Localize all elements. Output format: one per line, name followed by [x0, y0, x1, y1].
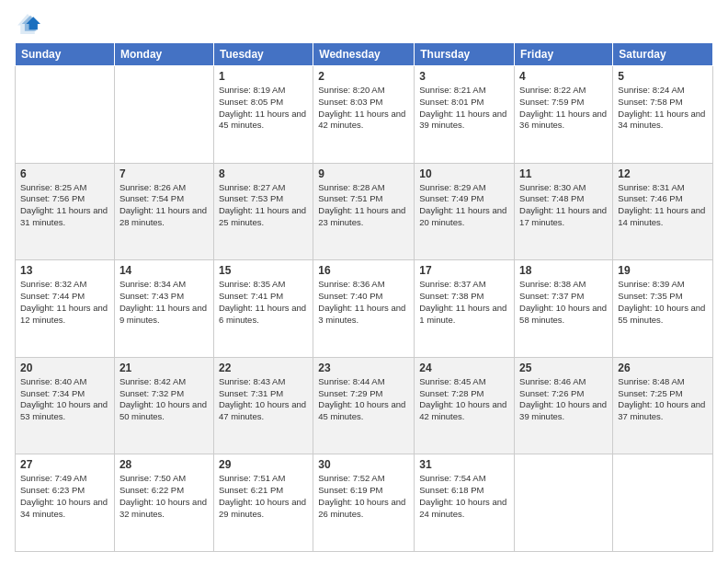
day-header-saturday: Saturday: [613, 43, 713, 66]
day-number: 23: [318, 362, 409, 374]
day-info: Sunrise: 7:51 AMSunset: 6:21 PMDaylight:…: [219, 473, 308, 520]
calendar-cell: 6Sunrise: 8:25 AMSunset: 7:56 PMDaylight…: [16, 163, 115, 260]
calendar-cell: [613, 454, 713, 552]
day-number: 22: [219, 362, 308, 374]
calendar-cell: 14Sunrise: 8:34 AMSunset: 7:43 PMDayligh…: [114, 260, 213, 358]
day-number: 16: [318, 264, 409, 277]
day-info: Sunrise: 8:29 AMSunset: 7:49 PMDaylight:…: [419, 182, 509, 229]
day-number: 3: [419, 70, 509, 83]
day-info: Sunrise: 8:44 AMSunset: 7:29 PMDaylight:…: [318, 376, 409, 423]
day-number: 14: [119, 264, 209, 277]
calendar-cell: 3Sunrise: 8:21 AMSunset: 8:01 PMDaylight…: [415, 66, 515, 164]
day-header-friday: Friday: [515, 43, 613, 66]
day-number: 11: [519, 167, 608, 180]
calendar-cell: 20Sunrise: 8:40 AMSunset: 7:34 PMDayligh…: [16, 357, 115, 454]
calendar-cell: 4Sunrise: 8:22 AMSunset: 7:59 PMDaylight…: [515, 66, 613, 164]
day-info: Sunrise: 8:39 AMSunset: 7:35 PMDaylight:…: [618, 279, 708, 326]
calendar-cell: 15Sunrise: 8:35 AMSunset: 7:41 PMDayligh…: [213, 260, 313, 358]
calendar-cell: 5Sunrise: 8:24 AMSunset: 7:58 PMDaylight…: [613, 66, 713, 164]
calendar-cell: 17Sunrise: 8:37 AMSunset: 7:38 PMDayligh…: [415, 260, 515, 358]
day-number: 6: [20, 167, 109, 180]
day-header-wednesday: Wednesday: [313, 43, 415, 66]
calendar-week-row: 20Sunrise: 8:40 AMSunset: 7:34 PMDayligh…: [16, 357, 713, 454]
day-number: 26: [618, 362, 708, 374]
day-info: Sunrise: 8:35 AMSunset: 7:41 PMDaylight:…: [219, 279, 308, 326]
day-number: 8: [219, 167, 308, 180]
day-info: Sunrise: 7:54 AMSunset: 6:18 PMDaylight:…: [419, 473, 509, 520]
calendar-cell: 22Sunrise: 8:43 AMSunset: 7:31 PMDayligh…: [213, 357, 313, 454]
header: [15, 11, 713, 37]
day-number: 20: [20, 362, 109, 374]
day-info: Sunrise: 8:20 AMSunset: 8:03 PMDaylight:…: [318, 85, 409, 132]
day-number: 21: [119, 362, 209, 374]
calendar-week-row: 13Sunrise: 8:32 AMSunset: 7:44 PMDayligh…: [16, 260, 713, 358]
day-number: 13: [20, 264, 109, 277]
page: SundayMondayTuesdayWednesdayThursdayFrid…: [0, 0, 728, 563]
logo-icon: [15, 11, 40, 37]
calendar-cell: 23Sunrise: 8:44 AMSunset: 7:29 PMDayligh…: [313, 357, 415, 454]
day-info: Sunrise: 8:36 AMSunset: 7:40 PMDaylight:…: [318, 279, 409, 326]
day-info: Sunrise: 8:43 AMSunset: 7:31 PMDaylight:…: [219, 376, 308, 423]
calendar-cell: 11Sunrise: 8:30 AMSunset: 7:48 PMDayligh…: [515, 163, 613, 260]
calendar: SundayMondayTuesdayWednesdayThursdayFrid…: [15, 42, 713, 552]
calendar-cell: 24Sunrise: 8:45 AMSunset: 7:28 PMDayligh…: [415, 357, 515, 454]
day-info: Sunrise: 8:46 AMSunset: 7:26 PMDaylight:…: [519, 376, 608, 423]
calendar-cell: 16Sunrise: 8:36 AMSunset: 7:40 PMDayligh…: [313, 260, 415, 358]
calendar-cell: 7Sunrise: 8:26 AMSunset: 7:54 PMDaylight…: [114, 163, 213, 260]
logo: [15, 11, 42, 37]
day-number: 30: [318, 458, 409, 471]
day-number: 15: [219, 264, 308, 277]
day-number: 17: [419, 264, 509, 277]
day-info: Sunrise: 8:40 AMSunset: 7:34 PMDaylight:…: [20, 376, 109, 423]
day-info: Sunrise: 8:31 AMSunset: 7:46 PMDaylight:…: [618, 182, 708, 229]
day-info: Sunrise: 8:28 AMSunset: 7:51 PMDaylight:…: [318, 182, 409, 229]
calendar-cell: 31Sunrise: 7:54 AMSunset: 6:18 PMDayligh…: [415, 454, 515, 552]
calendar-cell: 25Sunrise: 8:46 AMSunset: 7:26 PMDayligh…: [515, 357, 613, 454]
day-info: Sunrise: 8:48 AMSunset: 7:25 PMDaylight:…: [618, 376, 708, 423]
day-info: Sunrise: 8:37 AMSunset: 7:38 PMDaylight:…: [419, 279, 509, 326]
calendar-cell: [114, 66, 213, 164]
day-info: Sunrise: 8:34 AMSunset: 7:43 PMDaylight:…: [119, 279, 209, 326]
day-info: Sunrise: 8:24 AMSunset: 7:58 PMDaylight:…: [618, 85, 708, 132]
day-info: Sunrise: 7:52 AMSunset: 6:19 PMDaylight:…: [318, 473, 409, 520]
day-number: 31: [419, 458, 509, 471]
day-info: Sunrise: 7:50 AMSunset: 6:22 PMDaylight:…: [119, 473, 209, 520]
calendar-cell: 28Sunrise: 7:50 AMSunset: 6:22 PMDayligh…: [114, 454, 213, 552]
day-info: Sunrise: 8:42 AMSunset: 7:32 PMDaylight:…: [119, 376, 209, 423]
day-info: Sunrise: 8:25 AMSunset: 7:56 PMDaylight:…: [20, 182, 109, 229]
calendar-cell: 9Sunrise: 8:28 AMSunset: 7:51 PMDaylight…: [313, 163, 415, 260]
day-info: Sunrise: 8:27 AMSunset: 7:53 PMDaylight:…: [219, 182, 308, 229]
day-number: 25: [519, 362, 608, 374]
day-info: Sunrise: 8:30 AMSunset: 7:48 PMDaylight:…: [519, 182, 608, 229]
calendar-cell: 12Sunrise: 8:31 AMSunset: 7:46 PMDayligh…: [613, 163, 713, 260]
day-header-thursday: Thursday: [415, 43, 515, 66]
calendar-cell: 2Sunrise: 8:20 AMSunset: 8:03 PMDaylight…: [313, 66, 415, 164]
day-info: Sunrise: 8:26 AMSunset: 7:54 PMDaylight:…: [119, 182, 209, 229]
calendar-cell: 10Sunrise: 8:29 AMSunset: 7:49 PMDayligh…: [415, 163, 515, 260]
day-number: 1: [219, 70, 308, 83]
day-number: 12: [618, 167, 708, 180]
calendar-cell: 30Sunrise: 7:52 AMSunset: 6:19 PMDayligh…: [313, 454, 415, 552]
day-number: 29: [219, 458, 308, 471]
calendar-cell: 21Sunrise: 8:42 AMSunset: 7:32 PMDayligh…: [114, 357, 213, 454]
calendar-cell: 13Sunrise: 8:32 AMSunset: 7:44 PMDayligh…: [16, 260, 115, 358]
day-info: Sunrise: 7:49 AMSunset: 6:23 PMDaylight:…: [20, 473, 109, 520]
day-info: Sunrise: 8:19 AMSunset: 8:05 PMDaylight:…: [219, 85, 308, 132]
calendar-week-row: 27Sunrise: 7:49 AMSunset: 6:23 PMDayligh…: [16, 454, 713, 552]
calendar-cell: 8Sunrise: 8:27 AMSunset: 7:53 PMDaylight…: [213, 163, 313, 260]
day-info: Sunrise: 8:45 AMSunset: 7:28 PMDaylight:…: [419, 376, 509, 423]
day-number: 2: [318, 70, 409, 83]
calendar-cell: 19Sunrise: 8:39 AMSunset: 7:35 PMDayligh…: [613, 260, 713, 358]
day-info: Sunrise: 8:21 AMSunset: 8:01 PMDaylight:…: [419, 85, 509, 132]
day-number: 18: [519, 264, 608, 277]
day-info: Sunrise: 8:38 AMSunset: 7:37 PMDaylight:…: [519, 279, 608, 326]
calendar-cell: 1Sunrise: 8:19 AMSunset: 8:05 PMDaylight…: [213, 66, 313, 164]
calendar-cell: [16, 66, 115, 164]
day-number: 9: [318, 167, 409, 180]
day-number: 5: [618, 70, 708, 83]
calendar-week-row: 1Sunrise: 8:19 AMSunset: 8:05 PMDaylight…: [16, 66, 713, 164]
day-header-sunday: Sunday: [16, 43, 115, 66]
day-number: 27: [20, 458, 109, 471]
calendar-cell: 18Sunrise: 8:38 AMSunset: 7:37 PMDayligh…: [515, 260, 613, 358]
day-number: 7: [119, 167, 209, 180]
